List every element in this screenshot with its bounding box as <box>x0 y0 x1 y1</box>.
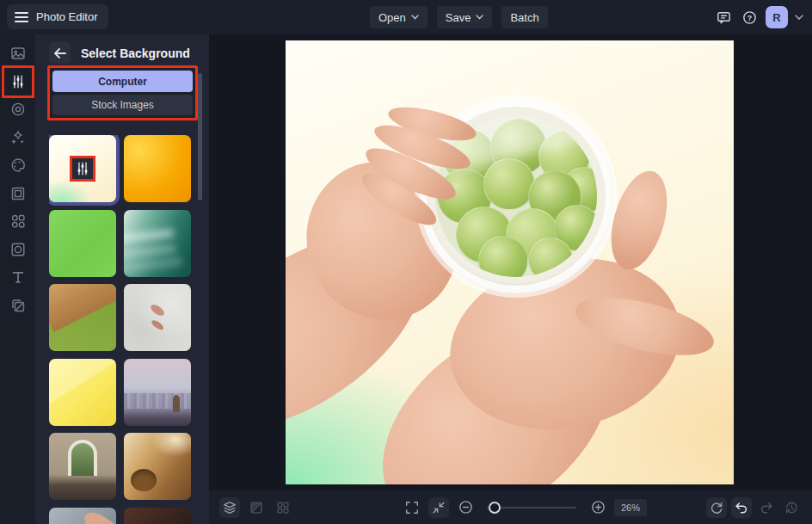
shapes-icon <box>9 213 27 230</box>
sidebar-item-effects[interactable] <box>8 127 28 148</box>
app-title: Photo Editor <box>36 10 98 23</box>
tool-sidebar <box>0 34 35 524</box>
sidebar-item-elements[interactable] <box>8 211 28 231</box>
menu-icon <box>15 11 28 23</box>
account-chevron-down-icon[interactable] <box>795 12 805 22</box>
top-bar: Photo Editor Open Save Batch <box>0 0 812 34</box>
panel-title: Select Background <box>81 46 190 60</box>
help-icon[interactable]: ? <box>740 8 759 27</box>
thumbnail-marble-shells[interactable] <box>124 284 191 351</box>
workspace <box>209 34 812 524</box>
back-button[interactable] <box>49 42 71 64</box>
sidebar-item-duplicate[interactable] <box>8 295 28 316</box>
sparkles-icon <box>9 129 27 146</box>
panel-scrollbar[interactable] <box>198 73 202 200</box>
batch-button-label: Batch <box>510 11 538 24</box>
image-canvas[interactable] <box>286 40 734 484</box>
zoom-slider-handle[interactable] <box>489 502 501 514</box>
layers-icon[interactable] <box>219 497 240 518</box>
chevron-down-icon <box>411 15 419 20</box>
fit-screen-icon[interactable] <box>428 497 449 518</box>
open-button[interactable]: Open <box>370 6 428 28</box>
zoom-level-badge[interactable]: 26% <box>614 499 647 516</box>
thumbnail-candles[interactable] <box>124 508 191 524</box>
photo-editor-app: Photo Editor Open Save Batch <box>0 0 812 524</box>
zoom-in-icon[interactable] <box>587 497 608 518</box>
avatar[interactable]: R <box>766 6 788 28</box>
compare-icon[interactable] <box>246 497 267 518</box>
redo-icon[interactable] <box>756 497 777 518</box>
bottom-toolbar: 26% <box>209 490 812 524</box>
main-menu-button[interactable]: Photo Editor <box>7 4 108 29</box>
thumbnail-bathroom-window[interactable] <box>49 433 116 500</box>
back-arrow-icon <box>54 48 66 59</box>
grid-icon[interactable] <box>273 497 293 518</box>
thumbnail-wooden-bowls[interactable] <box>124 433 191 500</box>
thumbnail-grass-and-wood[interactable] <box>49 284 116 351</box>
sidebar-item-crop[interactable] <box>8 183 28 204</box>
open-button-label: Open <box>378 11 406 24</box>
stock-images-button[interactable]: Stock Images <box>52 95 193 115</box>
zoom-out-icon[interactable] <box>455 497 476 518</box>
save-button-label: Save <box>446 11 471 24</box>
thumbnail-green-texture[interactable] <box>49 210 116 277</box>
thumbnail-teal-gradient[interactable] <box>124 210 191 277</box>
undo-icon[interactable] <box>731 497 752 518</box>
framecircle-icon <box>9 241 27 258</box>
gummy <box>483 158 535 210</box>
eye-icon <box>9 101 27 118</box>
right-thumb <box>601 164 677 275</box>
sidebar-item-frames[interactable] <box>8 239 28 260</box>
adjust-icon <box>10 74 26 89</box>
text-icon <box>9 268 27 286</box>
feedback-icon[interactable] <box>714 8 733 27</box>
sidebar-item-image[interactable] <box>8 43 28 64</box>
history-icon[interactable] <box>781 497 802 518</box>
sidebar-item-text[interactable] <box>8 267 28 287</box>
computer-button[interactable]: Computer <box>52 71 193 92</box>
thumbnail-orange-gradient[interactable] <box>124 135 191 202</box>
thumbnail-stone-spa[interactable] <box>49 508 116 524</box>
thumbnail-current-background[interactable] <box>49 135 116 202</box>
palette-icon <box>9 157 27 174</box>
sidebar-item-retouch[interactable] <box>8 99 28 120</box>
image-icon <box>9 45 27 62</box>
background-panel: Select Background Computer Stock Images <box>35 34 209 524</box>
adjust-icon <box>70 156 95 182</box>
reset-icon[interactable] <box>706 497 727 518</box>
sidebar-item-adjust[interactable] <box>8 71 28 92</box>
svg-text:?: ? <box>747 13 752 22</box>
thumbnail-city-skyline[interactable] <box>124 359 191 426</box>
fullscreen-icon[interactable] <box>402 497 422 518</box>
zoom-slider[interactable] <box>487 502 576 514</box>
copy-icon <box>9 297 27 314</box>
avatar-initial: R <box>772 11 780 24</box>
source-highlight-box: Computer Stock Images <box>47 65 198 120</box>
sidebar-item-draw[interactable] <box>8 155 28 176</box>
frame-icon <box>9 185 27 202</box>
save-button[interactable]: Save <box>437 6 493 28</box>
batch-button[interactable]: Batch <box>501 6 547 28</box>
background-thumbnail-grid <box>49 135 195 524</box>
chevron-down-icon <box>476 15 483 20</box>
thumbnail-yellow-gradient[interactable] <box>49 359 116 426</box>
